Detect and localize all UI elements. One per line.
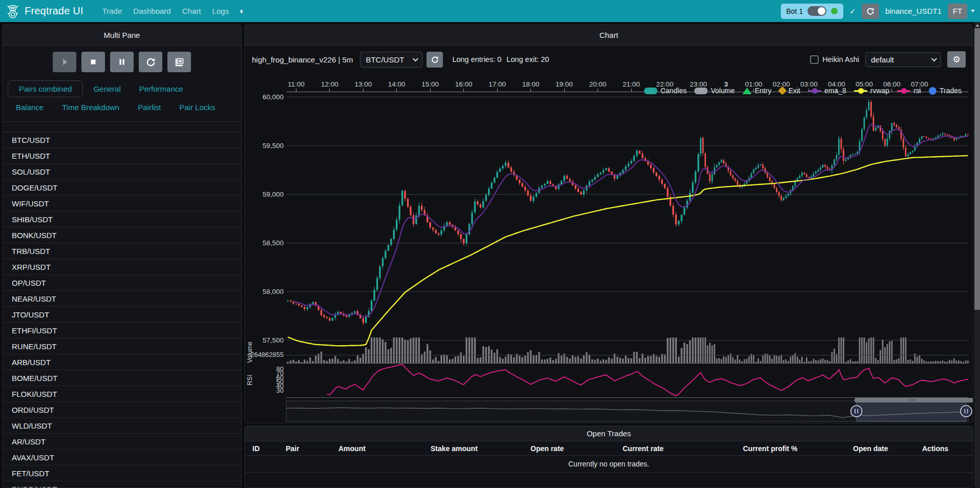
y-axis-label: 59,000 [263, 190, 284, 198]
legend-item-ema_8[interactable]: ema_8 [808, 87, 846, 95]
rsi-tick-label: 30 [276, 387, 284, 394]
user-menu[interactable]: FT [948, 4, 975, 19]
datazoom-selection[interactable] [857, 401, 967, 421]
sidebar-title: Multi Pane [3, 25, 241, 46]
x-axis-label: 17:00 [488, 80, 506, 88]
chevron-down-icon [931, 56, 937, 61]
pair-row[interactable]: BOME/USDT [3, 370, 241, 386]
theme-toggle-icon[interactable]: ◐ [240, 6, 245, 16]
long-entries-label: Long entries: 0 [452, 55, 501, 63]
stop-button[interactable] [81, 52, 105, 72]
tab-pairs-combined[interactable]: Pairs combined [8, 80, 83, 97]
scroll-up-arrow-icon[interactable] [975, 24, 979, 27]
rsi-line [327, 364, 968, 396]
pair-row[interactable]: TRB/USDT [3, 243, 241, 259]
refresh-icon [431, 56, 439, 63]
legend-item-trades[interactable]: Trades [929, 87, 962, 95]
legend-item-rsi[interactable]: rsi [897, 87, 921, 95]
pair-row[interactable]: BTC/USDT [3, 132, 241, 148]
check-icon: ✓ [849, 7, 856, 15]
pair-row[interactable]: NEAR/USDT [3, 291, 241, 307]
legend-item-candles[interactable]: Candles [644, 87, 687, 95]
pair-select[interactable]: BTC/USDT [360, 52, 422, 68]
line-legend-marker [897, 90, 910, 92]
chart-legend: CandlesVolumeEntryExitema_8rvwaprsiTrade… [644, 87, 962, 95]
nav-item-logs[interactable]: Logs [212, 7, 229, 15]
legend-item-rvwap[interactable]: rvwap [854, 87, 889, 95]
pause-button[interactable] [110, 52, 134, 72]
chart-options: Heikin Ashi default ⚙ [810, 51, 966, 68]
play-icon [59, 57, 70, 67]
pair-row[interactable]: SOL/USDT [3, 164, 241, 180]
pair-row[interactable]: SHIB/USDT [3, 211, 241, 227]
chart-panel: Chart high_frog_binance_v226 | 5m BTC/US… [244, 24, 973, 423]
datazoom-navigator[interactable] [286, 398, 973, 421]
play-button[interactable] [53, 52, 76, 72]
scrollbar-thumb[interactable] [974, 28, 980, 310]
clear-chart-button[interactable] [167, 52, 191, 72]
trades-circle-icon [929, 87, 936, 95]
pair-row[interactable]: FLOKI/USDT [3, 386, 241, 402]
nav-item-chart[interactable]: Chart [182, 7, 201, 15]
long-exits-label: Long exit: 20 [506, 55, 549, 63]
playback-controls [3, 46, 241, 77]
main-menu: TradeDashboardChartLogs [97, 7, 235, 16]
freqtrade-robot-logo [6, 4, 19, 19]
line-legend-marker [808, 90, 821, 92]
page-scrollbar[interactable] [974, 22, 980, 488]
legend-item-exit[interactable]: Exit [779, 87, 800, 95]
pair-select-value: BTC/USDT [366, 55, 404, 64]
heikin-ashi-checkbox[interactable] [810, 55, 819, 64]
tab-time-breakdown[interactable]: Time Breakdown [54, 99, 127, 115]
pause-icon [117, 57, 127, 67]
column-header-actions: Actions [922, 444, 973, 453]
y-axis-label: 57,500 [263, 336, 284, 344]
reload-bot-button[interactable] [862, 4, 879, 19]
datazoom-right-handle[interactable] [961, 406, 972, 417]
rsi-tick-label: 40 [276, 382, 284, 390]
tab-performance[interactable]: Performance [131, 81, 191, 97]
pair-row[interactable]: WLD/USDT [3, 418, 241, 434]
tab-pair-locks[interactable]: Pair Locks [171, 99, 223, 115]
pair-row[interactable]: FET/USDT [3, 465, 241, 481]
pair-row[interactable]: AVAX/USDT [3, 450, 241, 465]
legend-item-volume[interactable]: Volume [694, 87, 735, 95]
chart-refresh-button[interactable] [427, 52, 443, 68]
pair-row[interactable]: ORDI/USDT [3, 402, 241, 418]
pair-row[interactable]: RNDR/USDT [3, 481, 241, 488]
datazoom-scrollbar[interactable] [855, 398, 973, 402]
volume-axis-max-label: 264862855 [250, 351, 284, 358]
rsi-tick-label: 70 [276, 369, 284, 377]
refresh-icon [146, 57, 156, 67]
datazoom-left-handle[interactable] [851, 406, 862, 417]
legend-item-entry[interactable]: Entry [742, 87, 772, 95]
sidebar-tabs: Pairs combinedGeneralPerformanceBalanceT… [3, 77, 241, 122]
refresh-icon [866, 7, 875, 15]
pair-row[interactable]: BONK/USDT [3, 227, 241, 243]
pair-row[interactable]: DOGE/USDT [3, 180, 241, 196]
bot-selector-badge[interactable]: Bot 1 [781, 4, 844, 19]
pair-row[interactable]: ARB/USDT [3, 354, 241, 370]
tab-balance[interactable]: Balance [8, 99, 52, 115]
nav-item-trade[interactable]: Trade [102, 7, 122, 15]
pair-row[interactable]: ETHFI/USDT [3, 323, 241, 338]
x-axis-label: 18:00 [522, 80, 540, 88]
pair-row[interactable]: OP/USDT [3, 275, 241, 291]
plot-config-select[interactable]: default [865, 52, 941, 67]
pair-row[interactable]: RUNE/USDT [3, 338, 241, 354]
pair-row[interactable]: JTO/USDT [3, 307, 241, 323]
plot-settings-button[interactable]: ⚙ [947, 51, 966, 68]
pair-row[interactable]: ETH/USDT [3, 148, 241, 164]
refresh-button[interactable] [139, 52, 162, 72]
pair-row[interactable]: XRP/USDT [3, 259, 241, 275]
tab-pairlist[interactable]: Pairlist [130, 99, 169, 115]
nav-item-dashboard[interactable]: Dashboard [133, 7, 171, 15]
navbar-right: Bot 1 ✓ binance_USDT1 FT [781, 4, 975, 19]
pair-row[interactable]: AR/USDT [3, 434, 241, 450]
line-legend-marker [854, 90, 867, 92]
pair-row[interactable]: WIF/USDT [3, 196, 241, 211]
strategy-timeframe-label: high_frog_binance_v226 | 5m [252, 55, 353, 64]
navigator-overview-line [286, 408, 968, 417]
tab-general[interactable]: General [85, 81, 129, 97]
bot-enable-toggle[interactable] [807, 6, 826, 16]
